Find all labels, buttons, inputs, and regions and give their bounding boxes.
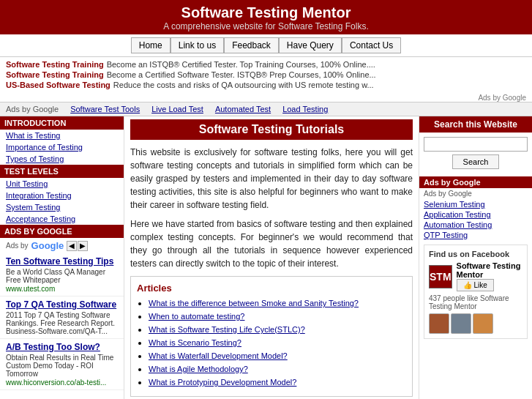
sidebar-system-testing[interactable]: System Testing [0,201,124,213]
right-ads-title: Ads by Google [419,176,532,188]
sidebar-intro-title: INTRODUCTION [0,116,124,130]
list-item: What is Software Testing Life Cycle(STLC… [149,324,406,335]
list-item: What is Prototyping Development Model? [149,377,406,387]
right-google-logo: Google [449,190,472,198]
ad-row-1: Software Testing Training Become an ISTQ… [6,60,526,69]
articles-list: What is the difference between Smoke and… [137,298,406,387]
intro-text-2: Here we have started from basics of soft… [130,217,413,270]
list-item: What is Scenario Testing? [149,338,406,348]
nav-have-query[interactable]: Have Query [279,37,342,53]
sidebar-unit-testing[interactable]: Unit Testing [0,178,124,190]
ad-title-1[interactable]: Software Testing Training [6,60,104,69]
search-button[interactable]: Search [452,154,500,169]
nav-bar: Home Link to us Feedback Have Query Cont… [0,34,532,57]
secondary-nav-live[interactable]: Live Load Test [151,105,203,113]
right-sidebar: Search this Website Search Ads by Google… [419,116,532,399]
list-item: What is the difference between Smoke and… [149,298,406,308]
fb-page-info: STM Software Testing Mentor 👍 Like [429,261,522,291]
sidebar-ad-1-body: Be a World Class QA Manager Free Whitepa… [6,268,118,284]
ad-text-3: Reduce the costs and risks of QA outsour… [113,81,374,89]
sidebar-ad-2-title[interactable]: Top 7 QA Testing Software [6,299,116,310]
ad-title-3[interactable]: US-Based Software Testing [6,81,110,89]
fb-avatar-2 [451,313,471,334]
ads-by-label: Ads by Google [6,105,59,113]
sidebar-ad-1: Ten Software Testing Tips Be a World Cla… [0,253,124,297]
search-section-title: Search this Website [419,116,532,133]
sidebar-acceptance-testing[interactable]: Acceptance Testing [0,213,124,225]
ad-next-btn[interactable]: ▶ [78,241,88,251]
sidebar-ads-by: Ads by Google ◀ ▶ [0,238,124,253]
nav-home[interactable]: Home [131,37,171,53]
fb-like-button[interactable]: 👍 Like [457,279,494,291]
ads-by-text: Ads by [6,242,29,250]
sidebar-integration-testing[interactable]: Integration Testing [0,190,124,201]
fb-like-label: Like [474,281,487,289]
nav-feedback[interactable]: Feedback [224,37,279,53]
ad-row-3: US-Based Software Testing Reduce the cos… [6,81,526,89]
ad-title-2[interactable]: Software Testing Training [6,70,104,79]
sidebar-testlevels-title: TEST LEVELS [0,165,124,178]
fb-page-name: Software Testing Mentor 👍 Like [457,261,522,291]
sidebar-ads-title: ADS BY GOOGLE [0,225,124,238]
search-box: Search [419,133,532,176]
secondary-nav-tools[interactable]: Software Test Tools [70,105,140,113]
nav-link-to-us[interactable]: Link to us [171,37,224,53]
content-title: Software Testing Tutorials [130,119,413,140]
right-ad-selenium[interactable]: Selenium Testing [419,199,532,209]
article-link-3[interactable]: What is Software Testing Life Cycle(STLC… [149,325,305,334]
secondary-nav-load[interactable]: Load Testing [282,105,328,113]
article-link-6[interactable]: What is Agile Methodology? [149,365,248,373]
list-item: What is Agile Methodology? [149,364,406,374]
ad-text-2: Become a Certified Software Tester. ISTQ… [107,70,376,79]
right-ad-application[interactable]: Application Testing [419,209,532,220]
nav-contact-us[interactable]: Contact Us [342,37,401,53]
site-header: Software Testing Mentor A comprehensive … [0,0,532,34]
sidebar-ad-3-body: Obtain Real Results in Real Time Custom … [6,354,118,378]
article-link-7[interactable]: What is Prototyping Development Model? [149,378,296,387]
fb-avatar-3 [473,313,493,334]
right-ad-qtp[interactable]: QTP Testing [419,230,532,240]
ad-text-1: Become an ISTQB® Certified Tester. Top T… [107,60,375,69]
main-content: Software Testing Tutorials This website … [124,116,419,399]
main-layout: INTRODUCTION What is Testing Importance … [0,116,532,399]
right-ad-automation[interactable]: Automation Testing [419,220,532,230]
left-sidebar: INTRODUCTION What is Testing Importance … [0,116,124,399]
list-item: What is Waterfall Development Model? [149,351,406,361]
fb-avatars [429,313,522,334]
sidebar-ad-1-title[interactable]: Ten Software Testing Tips [6,256,113,266]
site-subtitle: A comprehensive website for Software Tes… [0,21,532,31]
sidebar-ad-3-title[interactable]: A/B Testing Too Slow? [6,342,100,352]
fb-avatar-1 [429,313,449,334]
ad-prev-btn[interactable]: ◀ [67,241,77,251]
thumb-icon: 👍 [463,281,472,289]
article-link-4[interactable]: What is Scenario Testing? [149,338,241,347]
sidebar-what-is-testing[interactable]: What is Testing [0,130,124,141]
intro-text-1: This website is exclusively for software… [130,146,413,212]
article-link-5[interactable]: What is Waterfall Development Model? [149,351,288,360]
sidebar-ad-3: A/B Testing Too Slow? Obtain Real Result… [0,339,124,390]
article-link-2[interactable]: When to automate testing? [149,312,244,321]
fb-logo: STM [429,265,452,288]
list-item: When to automate testing? [149,311,406,321]
right-ads-by: Ads by Google [419,188,532,199]
ad-row-2: Software Testing Training Become a Certi… [6,70,526,79]
site-title: Software Testing Mentor [0,4,532,21]
facebook-box: Find us on Facebook STM Software Testing… [424,245,528,339]
sidebar-types[interactable]: Types of Testing [0,153,124,165]
sidebar-ad-3-url: www.hiconversion.co/ab-testi... [6,379,106,387]
fb-count: 437 people like Software Testing Mentor [429,294,522,310]
facebook-title: Find us on Facebook [429,250,522,258]
ads-by-google-top: Ads by Google [0,94,532,102]
ads-top: Software Testing Training Become an ISTQ… [0,57,532,94]
google-logo: Google [31,240,64,251]
secondary-nav-automated[interactable]: Automated Test [215,105,271,113]
right-ads-by-text: Ads by [424,190,446,198]
ad-arrows: ◀ ▶ [67,241,88,251]
articles-box: Articles What is the difference between … [130,276,413,397]
sidebar-importance[interactable]: Importance of Testing [0,141,124,153]
sidebar-ad-2-body: 2011 Top 7 QA Testing Software Rankings.… [6,311,118,335]
articles-title: Articles [137,283,406,294]
search-input[interactable] [424,137,528,152]
article-link-1[interactable]: What is the difference between Smoke and… [149,299,359,307]
fb-name: Software Testing Mentor [457,261,522,279]
